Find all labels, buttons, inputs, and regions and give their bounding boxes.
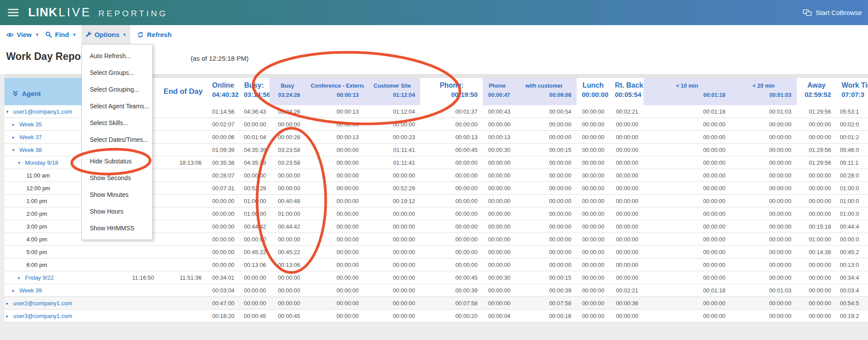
cell-lunch: 00:00:00 bbox=[577, 159, 610, 166]
cell-busy_main: 00:00:00 bbox=[239, 274, 269, 281]
view-button[interactable]: View▼ bbox=[6, 25, 39, 44]
cell-lunch: 00:00:00 bbox=[577, 249, 610, 255]
column-header-phone_sub: Phone00:00:47 bbox=[483, 78, 511, 105]
cell-busy_sub: 00:00:00 bbox=[269, 172, 305, 179]
menu-item-show-hhmmss[interactable]: Show HHMMSS bbox=[82, 220, 152, 237]
cell-away: 00:00:00 bbox=[797, 287, 836, 294]
cell-work_time: 01:00:0 bbox=[836, 211, 868, 217]
row-label: 12:00 pm bbox=[26, 185, 50, 192]
cell-customer_site: 00:00:00 bbox=[364, 300, 420, 307]
options-button[interactable]: Options▼ bbox=[81, 25, 130, 44]
cell-rt_back: 00:00:00 bbox=[610, 121, 644, 128]
column-header-with_customer: with customer00:09:08 bbox=[511, 78, 577, 105]
menu-item-select-grouping[interactable]: Select Grouping... bbox=[82, 81, 152, 98]
cell-lt_10_min: 00:00:00 bbox=[644, 134, 731, 140]
cell-customer_site: 00:00:00 bbox=[364, 262, 420, 268]
column-total-lt_20_min: 00:01:03 bbox=[736, 92, 791, 98]
app-window: LINKLIVE REPORTING Start CoBrowse View▼ bbox=[0, 0, 868, 340]
cell-away: 00:00:00 bbox=[797, 274, 836, 281]
cell-work_time: 00:45:2 bbox=[836, 249, 868, 255]
cell-customer_site: 00:00:23 bbox=[364, 134, 420, 140]
table-row: 6:00 pm00:00:0000:13:0600:13:0600:00:000… bbox=[4, 259, 868, 271]
cell-lt_10_min: 00:00:00 bbox=[644, 236, 731, 243]
caret-down-icon[interactable]: ▾ bbox=[12, 148, 19, 152]
row-label[interactable]: Week 37 bbox=[19, 134, 42, 140]
cell-conference_external: 00:00:00 bbox=[305, 172, 364, 179]
cell-rt_back: 00:00:00 bbox=[610, 262, 644, 268]
cell-lunch: 00:00:00 bbox=[577, 121, 610, 128]
row-label[interactable]: Monday 9/18 bbox=[25, 159, 58, 166]
cell-busy_sub: 00:40:48 bbox=[269, 198, 305, 204]
menu-item-show-hours[interactable]: Show Hours bbox=[82, 203, 152, 220]
row-label[interactable]: Week 39 bbox=[19, 287, 42, 294]
cell-online: 00:28:07 bbox=[207, 172, 239, 179]
cell-online: 00:34:01 bbox=[207, 274, 239, 281]
table-row: ▸user3@company1.com00:18:2000:00:4500:00… bbox=[4, 310, 868, 322]
menu-item-show-seconds[interactable]: Show Seconds bbox=[82, 170, 152, 186]
cell-customer_site: 00:00:00 bbox=[364, 172, 420, 179]
column-total-phone_sub: 00:00:47 bbox=[488, 92, 506, 98]
cell-lunch: 00:00:00 bbox=[577, 287, 610, 294]
row-label[interactable]: user1@company1.com bbox=[13, 108, 72, 115]
hamburger-menu-icon[interactable] bbox=[8, 9, 18, 16]
cell-lt_20_min: 00:00:00 bbox=[731, 262, 797, 268]
cell-busy_sub: 00:00:00 bbox=[269, 287, 305, 294]
cell-with_customer: 00:00:00 bbox=[511, 159, 577, 166]
cell-busy_sub: 03:23:58 bbox=[269, 159, 305, 166]
options-dropdown-menu: Auto Refresh...Select Groups...Select Gr… bbox=[81, 44, 153, 240]
menu-item-hide-substatus[interactable]: Hide Substatus bbox=[82, 153, 152, 170]
cell-away: 00:00:00 bbox=[797, 262, 836, 268]
menu-item-select-dates-times[interactable]: Select Dates/Times... bbox=[82, 131, 152, 148]
cell-lt_20_min: 00:01:03 bbox=[731, 287, 797, 294]
cell-conference_external: 00:00:00 bbox=[305, 236, 364, 243]
caret-right-icon[interactable]: ▸ bbox=[12, 122, 19, 127]
agent-header-label: Agent bbox=[22, 90, 41, 97]
caret-right-icon[interactable]: ▸ bbox=[12, 135, 19, 140]
cell-conference_external: 00:00:00 bbox=[305, 159, 364, 166]
caret-right-icon[interactable]: ▸ bbox=[18, 275, 25, 280]
cell-away: 00:00:00 bbox=[797, 121, 836, 128]
row-label[interactable]: user2@company1.com bbox=[13, 300, 72, 307]
menu-item-select-groups[interactable]: Select Groups... bbox=[82, 64, 152, 81]
caret-right-icon[interactable]: ▸ bbox=[6, 314, 13, 318]
cell-customer_site: 00:00:00 bbox=[364, 287, 420, 294]
menu-item-select-skills[interactable]: Select Skills... bbox=[82, 115, 152, 131]
row-label[interactable]: user3@company1.com bbox=[13, 313, 72, 319]
cell-phone_main: 00:00:00 bbox=[420, 223, 483, 230]
cell-conference_external: 00:00:00 bbox=[305, 211, 364, 217]
cell-customer_site: 00:00:00 bbox=[364, 211, 420, 217]
refresh-button[interactable]: Refresh bbox=[137, 25, 172, 44]
menu-item-auto-refresh[interactable]: Auto Refresh... bbox=[82, 48, 152, 64]
row-label[interactable]: Week 35 bbox=[19, 121, 42, 128]
cell-busy_sub: 00:00:28 bbox=[269, 134, 305, 140]
caret-right-icon[interactable]: ▸ bbox=[12, 288, 19, 293]
cell-phone_sub: 00:00:00 bbox=[483, 211, 511, 217]
column-header-conference_external: Conference - External00:00:13 bbox=[305, 78, 364, 105]
cell-phone_sub: 00:00:00 bbox=[483, 249, 511, 255]
cell-phone_main: 00:01:37 bbox=[420, 108, 483, 115]
row-label[interactable]: Friday 9/22 bbox=[25, 274, 54, 281]
cell-phone_sub: 00:00:00 bbox=[483, 185, 511, 192]
cell-phone_main: 00:00:00 bbox=[420, 185, 483, 192]
column-total-lt_10_min: 00:01:18 bbox=[649, 92, 725, 98]
menu-item-select-agent-teams[interactable]: Select Agent Teams... bbox=[82, 98, 152, 115]
column-total-work_time: 07:07:3 bbox=[842, 91, 868, 98]
caret-down-icon[interactable]: ▾ bbox=[6, 109, 13, 114]
caret-down-icon[interactable]: ▾ bbox=[18, 160, 25, 165]
start-cobrowse-button[interactable]: Start CoBrowse bbox=[803, 0, 862, 25]
cell-work_time: 00:28:0 bbox=[836, 172, 868, 179]
column-header-phone_main: Phone:00:19:50 bbox=[420, 78, 483, 105]
cell-busy_sub: 00:13:06 bbox=[269, 262, 305, 268]
find-button[interactable]: Find▼ bbox=[45, 25, 77, 44]
menu-item-show-minutes[interactable]: Show Minutes bbox=[82, 186, 152, 203]
cell-lunch: 00:00:00 bbox=[577, 313, 610, 319]
cell-phone_sub: 00:00:00 bbox=[483, 262, 511, 268]
column-total-busy_sub: 03:24:26 bbox=[275, 92, 300, 98]
cell-busy_main: 00:45:22 bbox=[239, 249, 269, 255]
toolbar: View▼ Find▼ Options▼ Refresh bbox=[0, 25, 868, 44]
caret-right-icon[interactable]: ▸ bbox=[6, 301, 13, 306]
chevron-down-icon: ▼ bbox=[35, 33, 39, 37]
cell-phone_main: 00:00:13 bbox=[420, 134, 483, 140]
row-label: 2:00 pm bbox=[26, 211, 47, 217]
row-label[interactable]: Week 38 bbox=[19, 147, 42, 153]
